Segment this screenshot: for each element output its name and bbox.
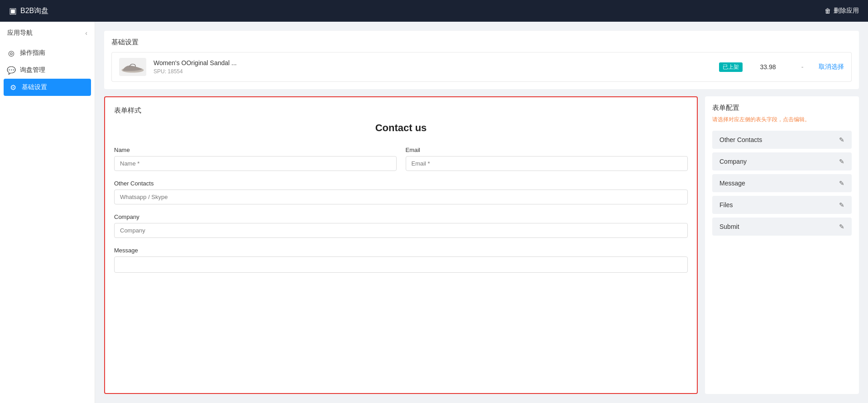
sidebar-header: 应用导航 ‹	[0, 29, 95, 44]
email-label: Email	[406, 147, 688, 153]
edit-icon[interactable]: ✎	[839, 158, 844, 165]
product-dash: -	[793, 63, 811, 71]
config-title: 表单配置	[712, 104, 852, 112]
trash-icon: 🗑	[825, 7, 831, 14]
sidebar: 应用导航 ‹ ◎ 操作指南 💬 询盘管理 ⚙ 基础设置	[0, 22, 95, 403]
other-contacts-field-group: Other Contacts	[114, 180, 688, 204]
message-label: Message	[114, 247, 688, 254]
edit-icon[interactable]: ✎	[839, 201, 844, 209]
edit-icon[interactable]: ✎	[839, 223, 844, 230]
sidebar-collapse-button[interactable]: ‹	[85, 29, 87, 37]
config-item-other-contacts[interactable]: Other Contacts ✎	[712, 131, 852, 149]
app-logo: ▣ B2B询盘	[9, 6, 48, 16]
topnav: ▣ B2B询盘 🗑 删除应用	[0, 0, 868, 22]
delete-label: 删除应用	[834, 7, 859, 15]
config-item-files[interactable]: Files ✎	[712, 196, 852, 214]
section-title: 基础设置	[111, 38, 852, 47]
config-item-label: Submit	[719, 223, 739, 230]
form-message-row: Message	[114, 247, 688, 273]
company-input[interactable]	[114, 223, 688, 238]
settings-icon: ⚙	[9, 83, 17, 91]
email-input[interactable]	[406, 156, 688, 171]
name-label: Name	[114, 147, 397, 153]
product-spu: SPU: 18554	[153, 68, 712, 75]
config-item-label: Message	[719, 180, 745, 187]
config-item-label: Company	[719, 158, 747, 165]
config-hint: 请选择对应左侧的表头字段，点击编辑。	[712, 116, 852, 123]
sidebar-item-inquiry[interactable]: 💬 询盘管理	[0, 62, 95, 79]
config-panel: 表单配置 请选择对应左侧的表头字段，点击编辑。 Other Contacts ✎…	[705, 96, 859, 394]
sidebar-title: 应用导航	[7, 29, 33, 37]
contact-us-heading: Contact us	[114, 122, 688, 134]
guide-icon: ◎	[7, 49, 15, 57]
name-input[interactable]	[114, 156, 397, 171]
form-name-email-row: Name Email	[114, 147, 688, 171]
form-preview-section: 表单样式 Contact us Name Email O	[104, 96, 698, 394]
company-label: Company	[114, 213, 688, 220]
name-field-group: Name	[114, 147, 397, 171]
sidebar-item-label: 询盘管理	[20, 66, 45, 74]
sidebar-item-settings[interactable]: ⚙ 基础设置	[4, 79, 91, 96]
product-price: 33.98	[750, 63, 786, 71]
inquiry-icon: 💬	[7, 66, 15, 74]
sidebar-item-guide[interactable]: ◎ 操作指南	[0, 44, 95, 62]
product-card: Women's OOriginal Sandal ... SPU: 18554 …	[111, 52, 852, 82]
product-info: Women's OOriginal Sandal ... SPU: 18554	[153, 59, 712, 75]
config-item-label: Other Contacts	[719, 136, 762, 143]
product-name: Women's OOriginal Sandal ...	[153, 59, 712, 66]
message-field-group: Message	[114, 247, 688, 273]
logo-icon: ▣	[9, 6, 17, 16]
email-field-group: Email	[406, 147, 688, 171]
edit-icon[interactable]: ✎	[839, 180, 844, 187]
product-section: 基础设置 Women's OOriginal Sandal ... SPU: 1…	[104, 31, 859, 89]
product-status-badge: 已上架	[719, 62, 743, 72]
sidebar-item-label: 操作指南	[20, 49, 45, 57]
config-item-message[interactable]: Message ✎	[712, 174, 852, 192]
form-company-row: Company	[114, 213, 688, 238]
form-other-contacts-row: Other Contacts	[114, 180, 688, 204]
other-contacts-input[interactable]	[114, 190, 688, 204]
main-content: 基础设置 Women's OOriginal Sandal ... SPU: 1…	[95, 22, 868, 403]
config-item-submit[interactable]: Submit ✎	[712, 218, 852, 236]
main-layout: 应用导航 ‹ ◎ 操作指南 💬 询盘管理 ⚙ 基础设置 基础设置	[0, 22, 868, 403]
edit-icon[interactable]: ✎	[839, 136, 844, 143]
cancel-selection-button[interactable]: 取消选择	[819, 63, 844, 71]
config-item-company[interactable]: Company ✎	[712, 152, 852, 171]
form-preview-title: 表单样式	[114, 106, 688, 115]
config-item-label: Files	[719, 201, 733, 209]
company-field-group: Company	[114, 213, 688, 238]
product-image	[119, 58, 146, 76]
bottom-layout: 表单样式 Contact us Name Email O	[104, 96, 859, 394]
delete-app-button[interactable]: 🗑 删除应用	[825, 7, 859, 15]
shoe-icon	[120, 60, 145, 74]
sidebar-item-label: 基础设置	[22, 83, 47, 91]
other-contacts-label: Other Contacts	[114, 180, 688, 187]
app-name: B2B询盘	[20, 6, 48, 16]
message-input[interactable]	[114, 256, 688, 273]
